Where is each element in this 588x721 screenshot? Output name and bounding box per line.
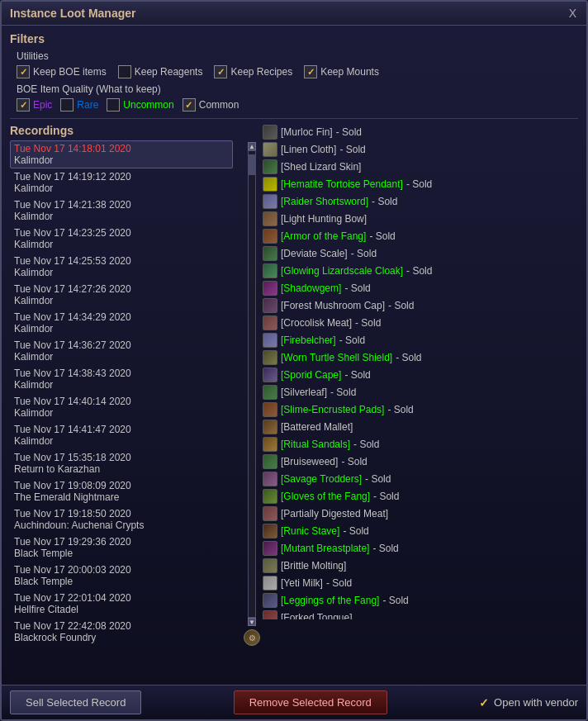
recording-location: Kalimdor: [14, 295, 229, 306]
item-suffix: - Sold: [339, 334, 365, 346]
keep-mounts-checkbox[interactable]: [304, 65, 317, 78]
item-suffix: - Sold: [373, 491, 399, 502]
epic-label: Epic: [33, 99, 52, 111]
epic-checkbox[interactable]: [17, 98, 30, 111]
item-icon: [263, 159, 277, 174]
keep-boe-item[interactable]: Keep BOE items: [17, 65, 107, 78]
bottom-bar: Sell Selected Record Remove Selected Rec…: [2, 685, 586, 719]
common-quality-item[interactable]: Common: [183, 98, 239, 111]
item-name: [Forked Tongue]: [281, 612, 353, 619]
keep-reagents-item[interactable]: Keep Reagents: [118, 65, 203, 78]
recording-location: Hellfire Citadel: [14, 604, 229, 615]
loot-item: [Glowing Lizardscale Cloak] - Sold: [263, 263, 578, 279]
recording-date: Tue Nov 17 14:40:14 2020: [14, 396, 229, 407]
loot-item: [Brittle Molting]: [263, 557, 578, 574]
recording-item[interactable]: Tue Nov 17 15:35:18 2020Return to Karazh…: [10, 449, 233, 477]
item-name: [Silverleaf]: [281, 387, 327, 398]
item-suffix: - Sold: [343, 525, 368, 537]
item-name: [Worn Turtle Shell Shield]: [281, 352, 392, 363]
sell-button[interactable]: Sell Selected Record: [10, 690, 141, 714]
item-icon: [263, 263, 277, 278]
close-button[interactable]: X: [567, 7, 578, 20]
recording-item[interactable]: Tue Nov 17 14:36:27 2020Kalimdor: [10, 337, 233, 365]
recording-item[interactable]: Tue Nov 17 14:18:01 2020Kalimdor: [10, 140, 233, 168]
recording-location: Kalimdor: [14, 435, 229, 447]
item-name: [Ritual Sandals]: [281, 439, 350, 450]
item-name: [Shadowgem]: [281, 282, 341, 294]
item-name: [Deviate Scale]: [281, 248, 348, 259]
recording-item[interactable]: Tue Nov 17 20:00:03 2020Black Temple: [10, 562, 233, 590]
recording-item[interactable]: Tue Nov 17 22:42:08 2020Blackrock Foundr…: [10, 618, 233, 646]
keep-recipes-item[interactable]: Keep Recipes: [214, 65, 292, 78]
uncommon-quality-item[interactable]: Uncommon: [107, 98, 173, 111]
loot-item: [Crocolisk Meat] - Sold: [263, 315, 578, 331]
loot-item: [Gloves of the Fang] - Sold: [263, 488, 578, 505]
rare-quality-item[interactable]: Rare: [60, 98, 98, 111]
vendor-label: Open with vendor: [494, 696, 578, 709]
item-name: [Shed Lizard Skin]: [281, 161, 361, 173]
scroll-up-arrow[interactable]: ▲: [248, 142, 256, 150]
recording-item[interactable]: Tue Nov 17 19:08:09 2020The Emerald Nigh…: [10, 477, 233, 505]
scroll-icon: ⚙: [244, 629, 260, 646]
item-suffix: - Sold: [388, 300, 414, 311]
item-icon: [263, 281, 277, 296]
item-suffix: - Sold: [330, 387, 356, 398]
loot-item: [Sporid Cape] - Sold: [263, 367, 578, 383]
recording-item[interactable]: Tue Nov 17 14:40:14 2020Kalimdor: [10, 393, 233, 421]
recording-item[interactable]: Tue Nov 17 19:18:50 2020Auchindoun: Auch…: [10, 505, 233, 534]
vendor-button[interactable]: ✓ Open with vendor: [479, 696, 578, 709]
item-suffix: - Sold: [344, 369, 370, 381]
scroll-down-arrow[interactable]: ▼: [248, 618, 256, 626]
uncommon-label: Uncommon: [123, 99, 173, 111]
recordings-list: Tue Nov 17 14:18:01 2020KalimdorTue Nov …: [10, 140, 233, 646]
item-icon: [263, 368, 277, 382]
recording-item[interactable]: Tue Nov 17 14:21:38 2020Kalimdor: [10, 197, 233, 225]
keep-reagents-checkbox[interactable]: [118, 65, 131, 78]
recording-location: Kalimdor: [14, 183, 229, 194]
recording-date: Tue Nov 17 14:41:47 2020: [14, 424, 229, 435]
item-name: [Battered Mallet]: [281, 421, 353, 433]
main-window: Instance Loot Manager X Filters Utilitie…: [0, 0, 588, 721]
loot-item: [Slime-Encrusted Pads] - Sold: [263, 401, 578, 418]
remove-button[interactable]: Remove Selected Record: [234, 690, 387, 714]
recording-item[interactable]: Tue Nov 17 14:34:29 2020Kalimdor: [10, 309, 233, 337]
recording-item[interactable]: Tue Nov 17 14:27:26 2020Kalimdor: [10, 281, 233, 309]
item-icon: [263, 576, 277, 591]
item-icon: [263, 142, 277, 157]
recording-item[interactable]: Tue Nov 17 14:38:43 2020Kalimdor: [10, 365, 233, 393]
item-name: [Armor of the Fang]: [281, 230, 366, 242]
item-name: [Glowing Lizardscale Cloak]: [281, 265, 403, 277]
recording-item[interactable]: Tue Nov 17 22:01:04 2020Hellfire Citadel: [10, 590, 233, 618]
loot-item: [Yeti Milk] - Sold: [263, 575, 578, 591]
filters-title: Filters: [10, 32, 578, 45]
recording-item[interactable]: Tue Nov 17 19:29:36 2020Black Temple: [10, 534, 233, 562]
item-suffix: - Sold: [382, 595, 408, 606]
recording-date: Tue Nov 17 14:25:53 2020: [14, 255, 229, 267]
item-suffix: - Sold: [355, 317, 381, 329]
quality-row: Epic Rare Uncommon Common: [17, 98, 578, 111]
recording-item[interactable]: Tue Nov 17 14:19:12 2020Kalimdor: [10, 168, 233, 197]
epic-quality-item[interactable]: Epic: [17, 98, 52, 111]
recording-date: Tue Nov 17 14:38:43 2020: [14, 368, 229, 379]
recording-item[interactable]: Tue Nov 17 14:23:25 2020Kalimdor: [10, 225, 233, 253]
loot-list: [Murloc Fin] - Sold[Linen Cloth] - Sold[…: [263, 124, 578, 619]
item-name: [Firebelcher]: [281, 334, 336, 346]
keep-mounts-item[interactable]: Keep Mounts: [304, 65, 379, 78]
recording-location: Kalimdor: [14, 267, 229, 278]
uncommon-checkbox[interactable]: [107, 98, 120, 111]
item-icon: [263, 472, 277, 486]
keep-boe-checkbox[interactable]: [17, 65, 30, 78]
item-name: [Gloves of the Fang]: [281, 491, 370, 502]
recordings-title: Recordings: [10, 124, 241, 137]
common-checkbox[interactable]: [183, 98, 196, 111]
item-icon: [263, 246, 277, 261]
recording-item[interactable]: Tue Nov 17 14:25:53 2020Kalimdor: [10, 253, 233, 281]
item-name: [Partially Digested Meat]: [281, 508, 388, 519]
item-icon: [263, 350, 277, 365]
item-icon: [263, 385, 277, 400]
rare-checkbox[interactable]: [60, 98, 74, 111]
item-icon: [263, 489, 277, 504]
recording-item[interactable]: Tue Nov 17 14:41:47 2020Kalimdor: [10, 421, 233, 449]
item-name: [Mutant Breastplate]: [281, 543, 369, 554]
keep-recipes-checkbox[interactable]: [214, 65, 227, 78]
